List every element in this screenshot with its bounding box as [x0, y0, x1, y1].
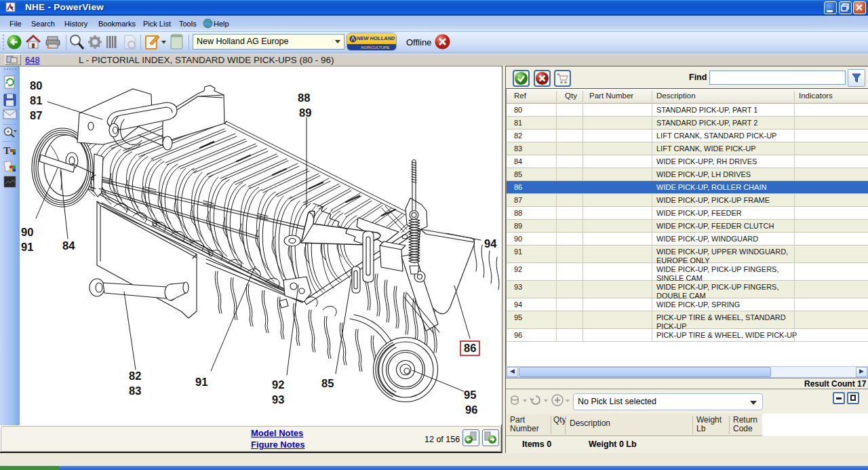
- svg-text:89: 89: [299, 106, 311, 119]
- svg-text:83: 83: [129, 385, 141, 397]
- svg-text:88: 88: [298, 92, 310, 104]
- svg-text:92: 92: [272, 378, 284, 391]
- svg-text:94: 94: [484, 237, 497, 250]
- svg-text:90: 90: [21, 226, 33, 238]
- svg-text:86: 86: [464, 342, 476, 354]
- svg-text:91: 91: [21, 241, 33, 253]
- svg-text:93: 93: [272, 393, 284, 406]
- svg-text:80: 80: [30, 79, 42, 92]
- svg-text:87: 87: [30, 109, 42, 121]
- svg-text:84: 84: [62, 239, 75, 252]
- svg-text:91: 91: [195, 376, 208, 388]
- svg-text:81: 81: [30, 94, 42, 106]
- svg-text:95: 95: [464, 389, 476, 401]
- svg-text:T: T: [3, 145, 10, 156]
- svg-text:82: 82: [129, 370, 141, 382]
- svg-text:85: 85: [321, 377, 334, 389]
- svg-text:96: 96: [465, 404, 477, 416]
